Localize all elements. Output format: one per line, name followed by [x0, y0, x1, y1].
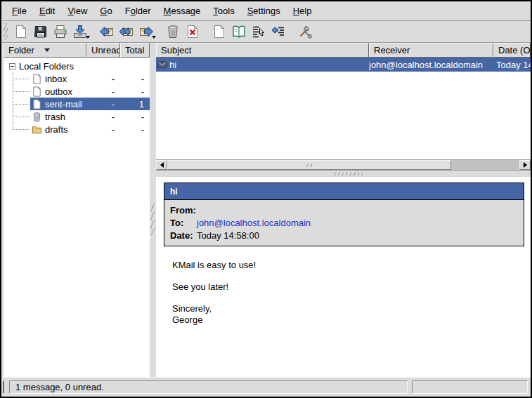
scroll-left-button[interactable] — [156, 160, 167, 170]
menu-item-edit[interactable]: Edit — [33, 4, 61, 18]
new-message-button[interactable] — [11, 22, 31, 41]
tree-line — [13, 123, 13, 129]
folder-name: outbox — [45, 86, 72, 97]
configure-icon — [297, 24, 313, 39]
menu-item-file[interactable]: File — [6, 4, 33, 18]
statusbar-handle-icon — [3, 381, 5, 393]
scrollbar-trough[interactable] — [451, 160, 519, 170]
menu-bar: FileEditViewGoFolderMessageToolsSettings… — [1, 1, 531, 21]
move-to-trash-button[interactable] — [163, 22, 183, 41]
message-date: Today 14 — [493, 60, 531, 70]
field-label: Date: — [170, 230, 197, 241]
tree-line — [13, 91, 30, 92]
sort-arrow-icon — [44, 48, 50, 55]
message-receiver: john@localhost.localdomain — [369, 60, 493, 70]
column-header-date[interactable]: Date (O — [493, 43, 531, 58]
tree-line — [13, 79, 30, 79]
folder-row-sent-mail[interactable]: sent-mail-1 — [4, 98, 150, 110]
email-address-link[interactable]: john@localhost.localdomain — [197, 218, 311, 228]
scroll-right-button[interactable] — [519, 160, 531, 170]
tree-line — [13, 104, 30, 105]
reply-all-button[interactable] — [117, 22, 136, 41]
message-list-headers: Subject Receiver Date (O — [156, 43, 531, 58]
configure-button[interactable] — [295, 22, 315, 41]
doc-icon — [32, 74, 42, 84]
column-header-folder[interactable]: Folder — [4, 43, 86, 58]
save-icon — [33, 24, 48, 39]
column-header-receiver[interactable]: Receiver — [369, 43, 493, 58]
menu-item-folder[interactable]: Folder — [119, 4, 157, 18]
status-message: 1 message, 0 unread. — [9, 380, 408, 394]
dropdown-caret-icon — [152, 36, 156, 41]
apply-filters-button[interactable] — [268, 22, 288, 41]
reply-button[interactable] — [97, 22, 117, 41]
dropdown-caret-icon — [86, 36, 90, 41]
folder-row-trash[interactable]: trash-- — [4, 110, 150, 123]
scrollbar-thumb[interactable] — [167, 160, 451, 170]
header-field-row: To:john@localhost.localdomain — [164, 216, 524, 229]
list-cursor-button[interactable] — [249, 22, 268, 41]
folder-root-row[interactable]: Local Folders — [4, 60, 150, 72]
address-book-icon — [231, 24, 247, 39]
list-cursor-icon — [251, 24, 266, 39]
folder-total-count: - — [120, 86, 150, 97]
message-title: hi — [164, 183, 524, 200]
menu-item-settings[interactable]: Settings — [241, 4, 287, 18]
folder-unread-count: - — [86, 86, 120, 97]
menu-item-view[interactable]: View — [61, 4, 93, 18]
menu-item-go[interactable]: Go — [93, 4, 118, 18]
preview-fields: From:To:john@localhost.localdomainDate:T… — [164, 200, 524, 246]
column-header-unread[interactable]: Unread — [86, 43, 120, 58]
field-label: From: — [170, 205, 197, 215]
print-icon — [53, 24, 68, 39]
address-book-button[interactable] — [229, 22, 249, 41]
splitter-grip-icon[interactable] — [150, 203, 155, 235]
header-field-row: From: — [164, 204, 524, 216]
right-arrow-icon — [524, 162, 527, 168]
folder-unread-count: - — [86, 112, 120, 122]
folder-list-headers: Folder Unread Total — [4, 43, 150, 58]
doc-icon — [32, 99, 42, 110]
reply-icon — [99, 24, 115, 39]
folder-row-outbox[interactable]: outbox-- — [4, 85, 150, 98]
tree-line — [13, 117, 30, 117]
message-header-box: hi From:To:john@localhost.localdomainDat… — [164, 183, 524, 246]
print-button[interactable] — [51, 22, 70, 41]
toolbar-drag-handle[interactable] — [4, 23, 8, 40]
toolbar-separator — [202, 32, 209, 32]
toolbar-separator — [288, 32, 295, 32]
status-bar: 1 message, 0 unread. — [1, 377, 531, 397]
splitter-grip-icon[interactable] — [332, 172, 363, 175]
blank-page-button[interactable] — [209, 22, 229, 41]
column-header-total[interactable]: Total — [120, 43, 150, 58]
message-body: KMail is easy to use! See you later! Sin… — [164, 246, 524, 325]
column-header-folder-label: Folder — [8, 45, 34, 55]
vertical-splitter[interactable] — [150, 43, 156, 377]
horizontal-scrollbar[interactable] — [156, 159, 531, 171]
new-message-icon — [13, 24, 29, 39]
folder-total-count: 1 — [120, 99, 150, 110]
folder-unread-count: - — [86, 124, 120, 135]
horizontal-splitter[interactable] — [156, 171, 531, 177]
save-button[interactable] — [31, 22, 51, 41]
folder-unread-count: - — [86, 99, 120, 110]
check-mail-button[interactable] — [70, 22, 90, 41]
toolbar-separator — [90, 32, 97, 32]
main-area: Folder Unread Total Local Foldersinbox--… — [1, 43, 531, 377]
folder-root-label: Local Folders — [19, 61, 74, 72]
toolbar-separator — [156, 32, 163, 32]
menu-item-message[interactable]: Message — [157, 4, 207, 18]
toolbar-buttons — [11, 22, 315, 41]
folder-row-drafts[interactable]: drafts-- — [4, 123, 150, 135]
menu-item-help[interactable]: Help — [287, 4, 318, 18]
forward-button[interactable] — [136, 22, 156, 41]
kmail-window: { "colors": { "accent": "#4565a5", "link… — [0, 0, 532, 398]
field-label: To: — [170, 218, 197, 228]
folder-row-inbox[interactable]: inbox-- — [4, 72, 150, 85]
delete-button[interactable] — [183, 22, 202, 41]
delete-icon — [185, 24, 200, 39]
collapse-minus-icon[interactable] — [9, 63, 15, 69]
column-header-subject[interactable]: Subject — [156, 43, 369, 58]
menu-item-tools[interactable]: Tools — [207, 4, 240, 18]
message-row[interactable]: hijohn@localhost.localdomainToday 14 — [156, 58, 531, 72]
